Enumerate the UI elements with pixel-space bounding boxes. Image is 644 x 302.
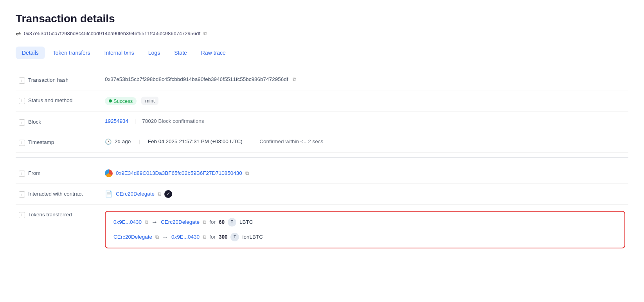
- copy-token-from-1[interactable]: ⧉: [145, 219, 148, 225]
- timestamp-value-cell: 🕐 2d ago | Feb 04 2025 21:57:31 PM (+08:…: [102, 132, 628, 152]
- row-timestamp: i Timestamp 🕐 2d ago | Feb 04 2025 21:57…: [16, 132, 628, 152]
- from-value-cell: 0x9E34d89C013Da3BF65fc02b59B6F27D7108504…: [102, 163, 628, 183]
- token-badge-2: T: [230, 233, 239, 241]
- for-label-2: for: [209, 234, 216, 240]
- timestamp-confirmed: Confirmed within <= 2 secs: [259, 138, 323, 144]
- copy-token-to-2[interactable]: ⧉: [203, 234, 206, 240]
- token-symbol-2: ionLBTC: [242, 234, 263, 240]
- info-icon-from: i: [19, 171, 25, 177]
- token-to-2[interactable]: 0x9E...0430: [171, 234, 200, 240]
- tab-state[interactable]: State: [168, 47, 193, 59]
- row-block: i Block 19254934 | 78020 Block confirmat…: [16, 111, 628, 132]
- tabs-container: Details Token transfers Internal txns Lo…: [16, 47, 628, 59]
- contract-file-icon: 📄: [105, 190, 113, 198]
- tab-logs[interactable]: Logs: [142, 47, 166, 59]
- from-avatar: [105, 169, 113, 177]
- row-from: i From 0x9E34d89C013Da3BF65fc02b59B6F27D…: [16, 163, 628, 183]
- timestamp-sep1: |: [139, 138, 140, 144]
- block-separator: |: [135, 118, 136, 124]
- block-value-cell: 19254934 | 78020 Block confirmations: [102, 111, 628, 132]
- row-transaction-hash: i Transaction hash 0x37e53b15cb7f298bd8c…: [16, 70, 628, 90]
- block-confirmations: 78020 Block confirmations: [142, 118, 204, 124]
- status-label: Status and method: [28, 97, 72, 103]
- details-table: i Transaction hash 0x37e53b15cb7f298bd8c…: [16, 70, 628, 255]
- tokens-value-cell: 0x9E...0430 ⧉ → CErc20Delegate ⧉ for 60 …: [102, 204, 628, 255]
- row-tokens-transferred: i Tokens transferred 0x9E...0430 ⧉ → CEr…: [16, 204, 628, 255]
- info-icon-timestamp: i: [19, 140, 25, 146]
- info-icon-block: i: [19, 119, 25, 126]
- copy-from-address-button[interactable]: ⧉: [245, 170, 249, 176]
- contract-value-cell: 📄 CErc20Delegate ⧉ ✓: [102, 183, 628, 204]
- row-contract: i Interacted with contract 📄 CErc20Deleg…: [16, 183, 628, 204]
- tokens-box: 0x9E...0430 ⧉ → CErc20Delegate ⧉ for 60 …: [105, 211, 625, 248]
- status-text: Success: [113, 98, 133, 104]
- copy-tx-hash-header-button[interactable]: ⧉: [203, 31, 207, 37]
- block-label: Block: [28, 119, 41, 125]
- transaction-hash-label: Transaction hash: [28, 77, 68, 83]
- tx-hash-header-value: 0x37e53b15cb7f298bd8c45fcbbd914ba90feb39…: [24, 31, 200, 36]
- arrow-icon-1: →: [151, 219, 158, 226]
- tab-details[interactable]: Details: [16, 47, 45, 59]
- copy-token-from-2[interactable]: ⧉: [155, 234, 159, 240]
- token-from-2[interactable]: CErc20Delegate: [113, 234, 152, 240]
- contract-label: Interacted with contract: [28, 191, 83, 197]
- tab-internal-txns[interactable]: Internal txns: [98, 47, 140, 59]
- method-badge: mint: [141, 97, 159, 105]
- status-badge: Success: [105, 97, 137, 105]
- info-icon-status: i: [19, 98, 25, 104]
- arrow-icon-2: →: [162, 234, 168, 241]
- token-transfer-row-1: 0x9E...0430 ⧉ → CErc20Delegate ⧉ for 60 …: [113, 218, 617, 226]
- info-icon-contract: i: [19, 191, 25, 198]
- verified-check-icon: ✓: [164, 190, 172, 198]
- token-badge-1: T: [228, 218, 236, 226]
- contract-name-link[interactable]: CErc20Delegate: [116, 191, 155, 197]
- arrows-icon: ⇌: [16, 30, 21, 37]
- section-divider: [16, 152, 628, 163]
- tokens-label: Tokens transferred: [28, 212, 72, 218]
- token-amount-2: 300: [219, 234, 228, 240]
- copy-token-to-1[interactable]: ⧉: [203, 219, 206, 225]
- clock-icon: 🕐: [105, 138, 112, 145]
- transaction-hash-value-cell: 0x37e53b15cb7f298bd8c45fcbbd914ba90feb39…: [102, 70, 628, 90]
- tab-raw-trace[interactable]: Raw trace: [195, 47, 232, 59]
- timestamp-sep2: |: [250, 138, 252, 144]
- info-icon-tokens: i: [19, 212, 25, 218]
- token-amount-1: 60: [219, 219, 225, 225]
- from-address-link[interactable]: 0x9E34d89C013Da3BF65fc02b59B6F27D7108504…: [116, 170, 242, 176]
- transaction-hash-value: 0x37e53b15cb7f298bd8c45fcbbd914ba90feb39…: [105, 76, 288, 82]
- tab-token-transfers[interactable]: Token transfers: [47, 47, 97, 59]
- timestamp-ago: 2d ago: [115, 138, 131, 144]
- timestamp-full: Feb 04 2025 21:57:31 PM (+08:00 UTC): [148, 138, 243, 144]
- token-symbol-1: LBTC: [239, 219, 253, 225]
- from-label: From: [28, 170, 41, 176]
- info-icon-tx-hash: i: [19, 77, 25, 84]
- row-status-method: i Status and method Success mint: [16, 90, 628, 112]
- for-label-1: for: [209, 219, 216, 225]
- copy-tx-hash-button[interactable]: ⧉: [293, 76, 296, 82]
- copy-contract-button[interactable]: ⧉: [158, 191, 161, 197]
- status-value-cell: Success mint: [102, 90, 628, 112]
- tx-hash-header: ⇌ 0x37e53b15cb7f298bd8c45fcbbd914ba90feb…: [16, 30, 628, 37]
- block-number-link[interactable]: 19254934: [105, 118, 128, 124]
- status-dot: [109, 99, 112, 102]
- timestamp-label: Timestamp: [28, 139, 54, 145]
- page-title: Transaction details: [16, 13, 628, 25]
- token-from-1[interactable]: 0x9E...0430: [113, 219, 142, 225]
- token-to-1[interactable]: CErc20Delegate: [161, 219, 200, 225]
- token-transfer-row-2: CErc20Delegate ⧉ → 0x9E...0430 ⧉ for 300…: [113, 233, 617, 241]
